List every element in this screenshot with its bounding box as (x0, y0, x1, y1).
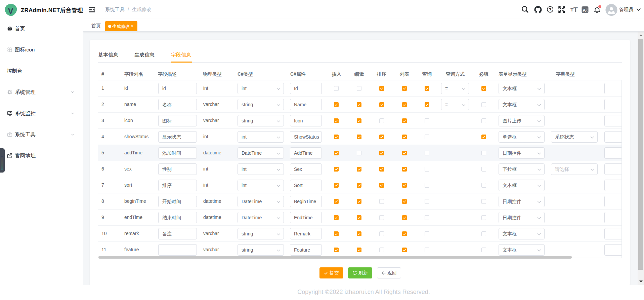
svg-text:?: ? (549, 7, 552, 12)
svg-text:A: A (583, 8, 586, 13)
svg-text:V: V (8, 6, 13, 15)
svg-text:T: T (570, 7, 573, 12)
svg-text:T: T (573, 6, 578, 13)
